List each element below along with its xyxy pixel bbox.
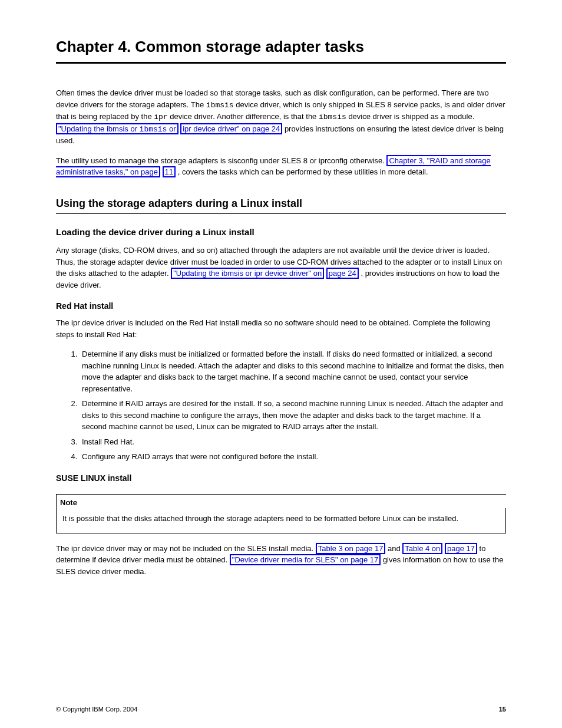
text: and bbox=[388, 544, 402, 553]
rule bbox=[83, 494, 506, 495]
text: The ipr device driver may or may not be … bbox=[56, 544, 316, 553]
sles-paragraph: The ipr device driver may or may not be … bbox=[56, 543, 506, 578]
loading-driver-paragraph: Any storage (disks, CD-ROM drives, and s… bbox=[56, 245, 506, 291]
link-driver-media[interactable]: "Device driver media for SLES" on page 1… bbox=[230, 554, 381, 565]
sles-title: SUSE LINUX install bbox=[56, 472, 506, 485]
redhat-title: Red Hat install bbox=[56, 300, 506, 312]
link-table3[interactable]: Table 3 on page 17 bbox=[316, 543, 386, 554]
note-label: Note bbox=[56, 494, 83, 509]
redhat-intro: The ipr device driver is included on the… bbox=[56, 317, 506, 340]
intro-paragraph-2: The utility used to manage the storage a… bbox=[56, 155, 506, 178]
code-ibmsis: ibmsis bbox=[206, 101, 234, 110]
list-item: Install Red Hat. bbox=[80, 436, 506, 448]
link-table4-a[interactable]: Table 4 on bbox=[402, 543, 442, 554]
link-update-driver-3[interactable]: "Updating the ibmsis or ipr device drive… bbox=[171, 268, 324, 279]
code-ipr: ipr bbox=[154, 113, 167, 121]
chapter-title: Chapter 4. Common storage adapter tasks bbox=[56, 35, 506, 64]
list-item: Determine if RAID arrays are desired for… bbox=[80, 398, 506, 433]
link-chapter3-b[interactable]: 11 bbox=[163, 166, 176, 177]
redhat-steps-list: Determine if any disks must be initializ… bbox=[80, 348, 506, 463]
list-item: Configure any RAID arrays that were not … bbox=[80, 451, 506, 463]
code-ibmsis: ibmsis bbox=[319, 113, 346, 121]
link-update-driver-4[interactable]: page 24 bbox=[326, 268, 359, 279]
intro-paragraph-1: Often times the device driver must be lo… bbox=[56, 87, 506, 147]
text: , covers the tasks which can be performe… bbox=[178, 167, 428, 176]
list-item: Determine if any disks must be initializ… bbox=[80, 348, 506, 394]
link-update-driver-1[interactable]: "Updating the ibmsis or ibmsis or bbox=[56, 123, 178, 134]
link-table4-b[interactable]: page 17 bbox=[445, 543, 477, 554]
text: device driver is shipped as a module. bbox=[348, 112, 474, 121]
subsection-loading-driver: Loading the device driver during a Linux… bbox=[56, 226, 506, 239]
section-title-using-adapters: Using the storage adapters during a Linu… bbox=[56, 196, 506, 214]
link-update-driver-2[interactable]: ipr device driver" on page 24 bbox=[180, 123, 282, 134]
text: device driver. Another difference, is th… bbox=[170, 112, 319, 121]
note-body: It is possible that the disks attached t… bbox=[56, 508, 506, 533]
text: The utility used to manage the storage a… bbox=[56, 156, 386, 165]
note-block: Note It is possible that the disks attac… bbox=[56, 494, 506, 533]
